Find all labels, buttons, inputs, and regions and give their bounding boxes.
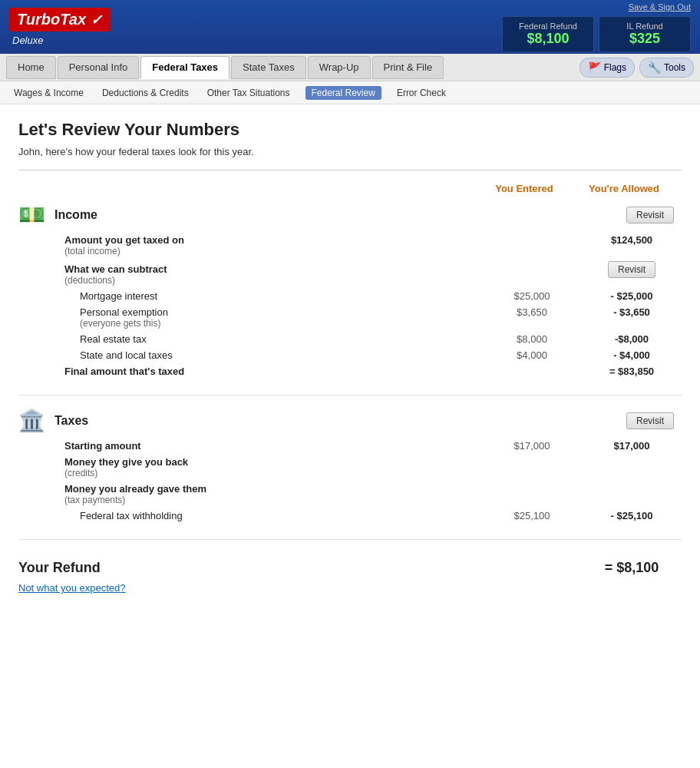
income-revisit-button[interactable]: Revisit	[626, 207, 674, 223]
deluxe-label: Deluxe	[9, 35, 110, 46]
page-subtitle: John, here's how your federal taxes look…	[18, 146, 682, 157]
deductions-title: What we can subtract	[64, 263, 482, 275]
deductions-title-row: What we can subtract (deductions) Revisi…	[18, 259, 682, 288]
state-local-label-col: State and local taxes	[80, 349, 482, 361]
flags-label: Flags	[604, 62, 626, 73]
state-local-label: State and local taxes	[80, 349, 482, 361]
credits-sublabel: (credits)	[64, 468, 482, 478]
sub-nav-other-tax-situations[interactable]: Other Tax Situations	[204, 86, 293, 100]
personal-exemption-sublabel: (everyone gets this)	[80, 318, 482, 329]
payments-sublabel: (tax payments)	[64, 495, 482, 505]
deductions-revisit-button[interactable]: Revisit	[608, 261, 655, 278]
your-refund-value: = $8,100	[582, 560, 682, 576]
tab-home[interactable]: Home	[6, 56, 56, 79]
income-title: Income	[54, 208, 97, 222]
tab-state-taxes[interactable]: State Taxes	[231, 56, 306, 79]
save-sign-out-link[interactable]: Save & Sign Out	[629, 2, 691, 12]
your-refund-label-col: Your Refund	[18, 560, 482, 576]
payments-row: Money you already gave them (tax payment…	[18, 481, 682, 508]
mortgage-label: Mortgage interest	[80, 290, 482, 302]
col-header-youre-allowed: You're Allowed	[574, 183, 674, 194]
final-amount-row: Final amount that's taxed = $83,850	[18, 363, 682, 379]
federal-refund-box: Federal Refund $8,100	[502, 16, 594, 52]
income-icon: 💵	[18, 202, 45, 227]
taxes-icon: 🏛️	[18, 408, 45, 433]
personal-exemption-label: Personal exemption	[80, 306, 482, 318]
not-expected-link[interactable]: Not what you expected?	[18, 582, 125, 594]
deductions-label-col: What we can subtract (deductions)	[64, 263, 482, 286]
personal-exemption-label-col: Personal exemption (everyone gets this)	[80, 306, 482, 329]
final-amount-label: Final amount that's taxed	[64, 366, 482, 377]
sub-nav: Wages & Income Deductions & Credits Othe…	[0, 81, 700, 104]
taxed-on-row: Amount you get taxed on (total income) $…	[18, 232, 682, 259]
taxes-title-left: 🏛️ Taxes	[18, 408, 88, 433]
withholding-youre-allowed: - $25,100	[582, 510, 682, 521]
your-refund-row: Your Refund = $8,100	[18, 552, 682, 579]
sub-nav-federal-review[interactable]: Federal Review	[305, 86, 381, 100]
taxed-on-youre-allowed: $124,500	[582, 234, 682, 246]
federal-refund-label: Federal Refund	[515, 22, 581, 31]
real-estate-label: Real estate tax	[80, 333, 482, 345]
main-content: Let's Review Your Numbers John, here's h…	[0, 104, 700, 609]
il-refund-box: IL Refund $325	[599, 16, 691, 52]
real-estate-you-entered: $8,000	[482, 333, 582, 345]
personal-exemption-youre-allowed: - $3,650	[582, 306, 682, 318]
credits-row: Money they give you back (credits)	[18, 454, 682, 481]
federal-refund-amount: $8,100	[515, 31, 581, 47]
taxed-on-label: Amount you get taxed on	[64, 234, 482, 246]
deductions-sublabel: (deductions)	[64, 275, 482, 286]
deductions-revisit-col: Revisit	[582, 261, 682, 278]
starting-amount-row: Starting amount $17,000 $17,000	[18, 438, 682, 454]
starting-amount-label: Starting amount	[64, 440, 482, 452]
sub-nav-deductions-credits[interactable]: Deductions & Credits	[99, 86, 192, 100]
state-local-row: State and local taxes $4,000 - $4,000	[18, 347, 682, 363]
real-estate-youre-allowed: -$8,000	[582, 333, 682, 345]
taxes-title-row: 🏛️ Taxes Revisit	[18, 408, 682, 433]
tools-button[interactable]: 🔧 Tools	[639, 58, 694, 78]
taxes-revisit-button[interactable]: Revisit	[626, 412, 674, 429]
starting-amount-youre-allowed: $17,000	[582, 440, 682, 452]
header: TurboTax ✓ Deluxe Save & Sign Out Federa…	[0, 0, 700, 54]
real-estate-row: Real estate tax $8,000 -$8,000	[18, 331, 682, 347]
taxes-section: 🏛️ Taxes Revisit Starting amount $17,000…	[18, 408, 682, 524]
payments-label-col: Money you already gave them (tax payment…	[64, 483, 482, 505]
turbotax-logo: TurboTax ✓	[9, 8, 110, 31]
flags-button[interactable]: 🚩 Flags	[579, 58, 635, 78]
il-refund-amount: $325	[612, 31, 678, 47]
withholding-label: Federal tax withholding	[80, 510, 482, 521]
section-divider-1	[18, 395, 682, 396]
tools-label: Tools	[664, 62, 685, 73]
personal-exemption-you-entered: $3,650	[482, 306, 582, 318]
credits-label: Money they give you back	[64, 456, 482, 468]
nav-tabs: Home Personal Info Federal Taxes State T…	[0, 54, 700, 81]
tab-federal-taxes[interactable]: Federal Taxes	[140, 56, 229, 79]
starting-amount-label-col: Starting amount	[64, 440, 482, 452]
flags-icon: 🚩	[588, 61, 601, 74]
il-refund-label: IL Refund	[612, 22, 678, 31]
withholding-label-col: Federal tax withholding	[80, 510, 482, 521]
real-estate-label-col: Real estate tax	[80, 333, 482, 345]
final-amount-label-col: Final amount that's taxed	[64, 366, 482, 377]
withholding-you-entered: $25,100	[482, 510, 582, 521]
col-header-you-entered: You Entered	[474, 183, 574, 194]
your-refund-label: Your Refund	[18, 560, 482, 576]
tab-print-file[interactable]: Print & File	[372, 56, 444, 79]
tab-wrap-up[interactable]: Wrap-Up	[308, 56, 371, 79]
mortgage-row: Mortgage interest $25,000 - $25,000	[18, 288, 682, 304]
review-section: You Entered You're Allowed 💵 Income Revi…	[18, 170, 682, 594]
header-right: Save & Sign Out Federal Refund $8,100 IL…	[502, 2, 691, 52]
mortgage-youre-allowed: - $25,000	[582, 290, 682, 302]
logo-area: TurboTax ✓ Deluxe	[9, 8, 110, 46]
sub-nav-wages-income[interactable]: Wages & Income	[11, 86, 87, 100]
sub-nav-error-check[interactable]: Error Check	[394, 86, 449, 100]
withholding-row: Federal tax withholding $25,100 - $25,10…	[18, 508, 682, 524]
checkmark-icon: ✓	[91, 12, 102, 28]
payments-label: Money you already gave them	[64, 483, 482, 495]
review-column-headers: You Entered You're Allowed	[18, 183, 682, 194]
taxes-title: Taxes	[54, 414, 88, 428]
page-title: Let's Review Your Numbers	[18, 120, 682, 140]
final-amount-value: = $83,850	[582, 366, 682, 377]
income-title-left: 💵 Income	[18, 202, 97, 227]
income-section: 💵 Income Revisit Amount you get taxed on…	[18, 202, 682, 379]
tab-personal-info[interactable]: Personal Info	[58, 56, 140, 79]
